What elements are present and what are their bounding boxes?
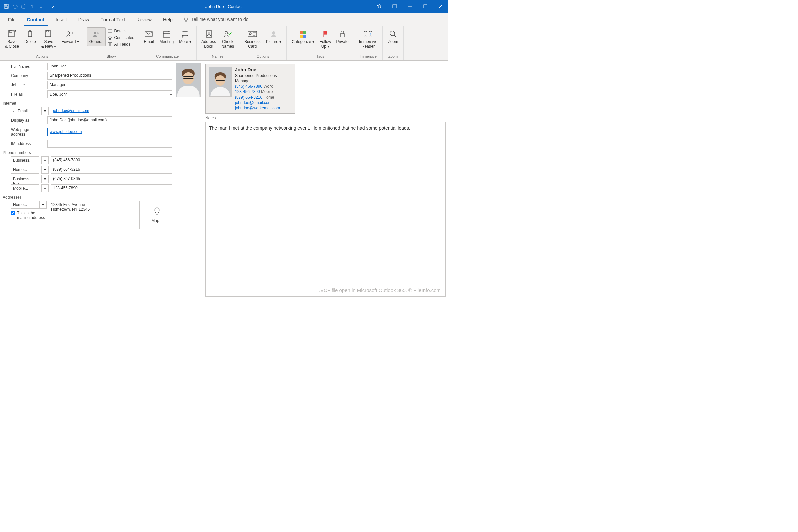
card-email2: johndoe@workemail.com xyxy=(235,106,280,110)
phone-type-dropdown-1[interactable]: ▾ xyxy=(41,166,49,174)
qat-customize-icon[interactable] xyxy=(49,3,56,10)
categorize-button[interactable]: Categorize ▾ xyxy=(289,27,316,46)
collapse-ribbon-icon[interactable] xyxy=(441,56,446,59)
titlebar: John Doe - Contact xyxy=(0,0,448,13)
company-field[interactable]: Sharpened Productions xyxy=(47,72,172,80)
forward-label: Forward ▾ xyxy=(61,40,79,44)
im-address-field[interactable] xyxy=(47,140,172,148)
categorize-label: Categorize ▾ xyxy=(291,40,314,44)
check-names-label: CheckNames xyxy=(222,40,234,49)
address-type-dropdown[interactable]: ▾ xyxy=(39,201,46,209)
svg-point-23 xyxy=(272,31,275,35)
business-card-preview[interactable]: John Doe Sharpened Productions Manager (… xyxy=(206,64,295,114)
coming-soon-icon[interactable] xyxy=(372,0,387,13)
window-title: John Doe - Contact xyxy=(206,4,243,9)
file-as-select[interactable]: Doe, John▾ xyxy=(47,91,172,98)
close-button[interactable] xyxy=(433,0,448,13)
map-it-button[interactable]: Map It xyxy=(141,201,172,229)
business-card-label: BusinessCard xyxy=(244,40,261,49)
mailing-address-label: This is the mailing address xyxy=(17,211,45,220)
undo-icon[interactable] xyxy=(11,3,19,10)
group-label-actions: Actions xyxy=(3,54,81,59)
meeting-button[interactable]: Meeting xyxy=(157,27,176,46)
phone-type-button-3[interactable]: Mobile... xyxy=(11,184,39,192)
save-close-button[interactable]: Save& Close xyxy=(3,27,21,51)
svg-rect-14 xyxy=(108,42,112,46)
phone-type-button-2[interactable]: Business Fax... xyxy=(11,175,39,183)
full-name-field[interactable]: John Doe xyxy=(47,62,172,71)
general-button[interactable]: General xyxy=(87,27,106,46)
maximize-button[interactable] xyxy=(418,0,433,13)
business-card-button[interactable]: BusinessCard xyxy=(242,27,263,51)
details-icon xyxy=(108,29,112,33)
notes-field[interactable]: The man I met at the company networking … xyxy=(206,122,445,297)
forward-button[interactable]: Forward ▾ xyxy=(59,27,81,46)
display-as-field[interactable]: John Doe (johndoe@email.com) xyxy=(47,116,172,125)
job-title-field[interactable]: Manager xyxy=(47,81,172,89)
card-name: John Doe xyxy=(235,67,280,73)
tab-format-text[interactable]: Format Text xyxy=(96,14,130,25)
tab-draw[interactable]: Draw xyxy=(74,14,94,25)
general-label: General xyxy=(90,40,104,44)
tab-contact[interactable]: Contact xyxy=(22,14,49,25)
email-type-dropdown[interactable]: ▾ xyxy=(41,107,49,115)
company-label: Company xyxy=(8,72,45,80)
private-button[interactable]: Private xyxy=(334,27,351,46)
phone-field-0[interactable]: (345) 456-7890 xyxy=(51,156,172,164)
svg-point-22 xyxy=(249,33,251,35)
more-button[interactable]: More ▾ xyxy=(176,27,193,46)
phone-type-dropdown-2[interactable]: ▾ xyxy=(41,175,49,183)
tell-me-search[interactable]: Tell me what you want to do xyxy=(183,16,249,25)
save-new-icon xyxy=(43,29,54,39)
tab-help[interactable]: Help xyxy=(158,14,177,25)
picture-button[interactable]: Picture ▾ xyxy=(264,27,284,46)
follow-up-button[interactable]: FollowUp ▾ xyxy=(317,27,334,51)
up-arrow-icon[interactable] xyxy=(28,3,36,10)
down-arrow-icon[interactable] xyxy=(37,3,44,10)
save-new-button[interactable]: Save& New ▾ xyxy=(39,27,58,51)
phone-field-2[interactable]: (675) 897-0865 xyxy=(51,175,172,183)
check-names-icon xyxy=(223,29,233,39)
svg-point-30 xyxy=(156,209,158,211)
ribbon-display-icon[interactable] xyxy=(387,0,402,13)
email-button[interactable]: Email xyxy=(141,27,156,46)
email-type-button[interactable]: ▭ Email... xyxy=(11,107,39,115)
redo-icon[interactable] xyxy=(20,3,27,10)
tab-review[interactable]: Review xyxy=(132,14,156,25)
svg-rect-9 xyxy=(46,31,49,32)
certificates-button[interactable]: Certificates xyxy=(107,35,135,41)
minimize-button[interactable] xyxy=(402,0,418,13)
save-new-label: Save& New ▾ xyxy=(41,40,56,49)
lightbulb-icon xyxy=(183,16,189,22)
all-fields-button[interactable]: All Fields xyxy=(107,41,135,47)
contact-photo[interactable] xyxy=(175,62,201,97)
address-field[interactable]: 12345 First Avenue Hometown, NY 12345 xyxy=(49,201,140,229)
photo-column xyxy=(175,62,202,297)
web-page-label: Web page address xyxy=(8,126,45,138)
details-button[interactable]: Details xyxy=(107,28,135,34)
phone-type-dropdown-0[interactable]: ▾ xyxy=(41,156,49,164)
zoom-button[interactable]: Zoom xyxy=(385,27,401,46)
svg-point-20 xyxy=(225,31,228,34)
phone-type-button-0[interactable]: Business... xyxy=(11,156,39,164)
immersive-reader-button[interactable]: ImmersiveReader xyxy=(357,27,380,51)
phone-type-button-1[interactable]: Home... xyxy=(11,166,39,174)
tab-insert[interactable]: Insert xyxy=(51,14,72,25)
address-type-button[interactable]: Home... xyxy=(11,201,39,209)
delete-button[interactable]: Delete xyxy=(22,27,38,46)
address-book-button[interactable]: AddressBook xyxy=(199,27,218,51)
notes-label: Notes xyxy=(206,116,445,120)
check-names-button[interactable]: CheckNames xyxy=(219,27,236,51)
full-name-button[interactable]: Full Name... xyxy=(8,62,45,71)
phone-field-1[interactable]: (879) 654-3216 xyxy=(51,166,172,174)
tab-file[interactable]: File xyxy=(3,14,20,25)
phone-section-label: Phone numbers xyxy=(3,150,172,155)
save-icon[interactable] xyxy=(3,3,10,10)
svg-rect-3 xyxy=(393,5,397,8)
mailing-address-checkbox[interactable] xyxy=(11,211,15,215)
group-label-show: Show xyxy=(87,54,136,59)
web-page-field[interactable]: www.johndoe.com xyxy=(47,128,172,136)
email-field[interactable]: johndoe@email.com xyxy=(51,107,172,115)
phone-type-dropdown-3[interactable]: ▾ xyxy=(41,184,49,192)
phone-field-3[interactable]: 123-456-7890 xyxy=(51,184,172,192)
